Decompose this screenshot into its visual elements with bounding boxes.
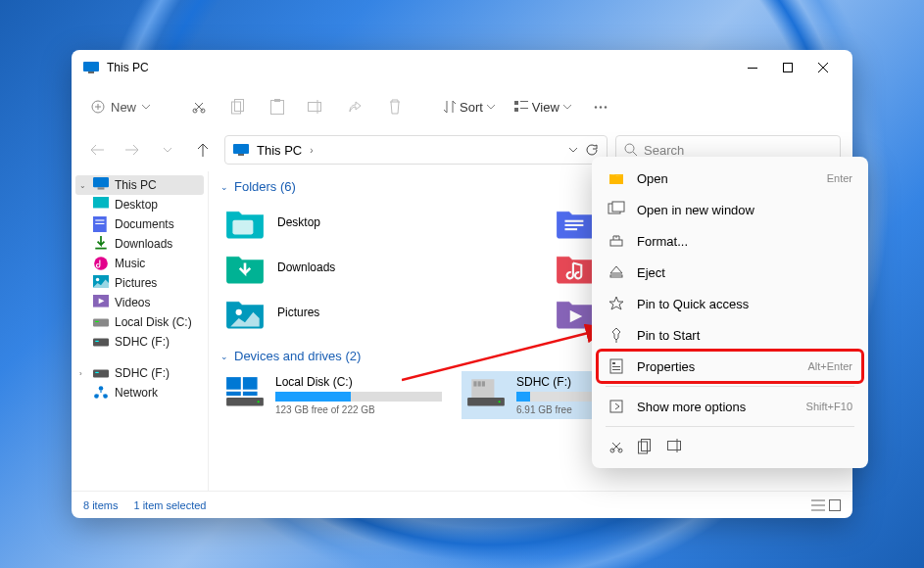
svg-point-57 bbox=[499, 401, 501, 402]
sidebar-item-disk[interactable]: Local Disk (C:) bbox=[72, 312, 208, 332]
close-button[interactable] bbox=[805, 54, 841, 81]
new-button[interactable]: New bbox=[83, 96, 158, 118]
sort-button[interactable]: Sort bbox=[436, 100, 503, 115]
ctx-format[interactable]: Format... bbox=[598, 225, 862, 257]
svg-rect-34 bbox=[93, 339, 109, 347]
copy-button[interactable] bbox=[220, 91, 256, 122]
sidebar-item-network[interactable]: Network bbox=[72, 383, 208, 402]
music-icon bbox=[93, 257, 109, 270]
back-button[interactable] bbox=[83, 136, 111, 164]
ctx-label: Open bbox=[637, 171, 815, 186]
share-button[interactable] bbox=[338, 91, 373, 122]
sidebar-item-label: Pictures bbox=[115, 276, 157, 290]
paste-icon bbox=[270, 99, 284, 115]
sidebar-item-label: SDHC (F:) bbox=[115, 335, 170, 349]
folder-item-desktop[interactable]: Desktop bbox=[220, 202, 511, 243]
navigation-pane: ⌄This PCDesktopDocumentsDownloadsMusicPi… bbox=[72, 171, 209, 491]
copy-icon bbox=[231, 99, 245, 115]
sidebar-item-pictures[interactable]: Pictures bbox=[72, 273, 208, 293]
ctx-label: Format... bbox=[637, 234, 852, 249]
drive-name: Local Disk (C:) bbox=[275, 375, 442, 389]
context-menu: OpenEnterOpen in new windowFormat...Ejec… bbox=[592, 157, 868, 468]
ctx-open[interactable]: OpenEnter bbox=[598, 163, 862, 194]
drive-icon bbox=[224, 375, 266, 408]
downloads-icon bbox=[93, 237, 109, 251]
minimize-button[interactable] bbox=[735, 54, 770, 81]
sidebar-item-videos[interactable]: Videos bbox=[72, 293, 208, 312]
paste-button[interactable] bbox=[260, 91, 295, 122]
svg-point-17 bbox=[600, 106, 602, 108]
sidebar-item-sd[interactable]: ›SDHC (F:) bbox=[72, 363, 208, 383]
ctx-label: Properties bbox=[637, 359, 796, 374]
drive-item[interactable]: Local Disk (C:)123 GB free of 222 GB bbox=[220, 371, 446, 419]
address-bar[interactable]: This PC › bbox=[224, 135, 608, 165]
sidebar-item-sd[interactable]: SDHC (F:) bbox=[72, 332, 208, 352]
sidebar-item-downloads[interactable]: Downloads bbox=[72, 234, 208, 254]
sidebar-item-label: This PC bbox=[115, 178, 157, 192]
svg-rect-35 bbox=[95, 341, 98, 342]
svg-rect-62 bbox=[610, 240, 622, 246]
recent-button[interactable] bbox=[154, 136, 181, 164]
selection-count: 1 item selected bbox=[133, 499, 206, 511]
svg-rect-69 bbox=[610, 401, 622, 412]
svg-rect-61 bbox=[612, 202, 624, 212]
svg-rect-26 bbox=[95, 219, 104, 220]
sidebar-item-music[interactable]: Music bbox=[72, 254, 208, 273]
svg-rect-32 bbox=[93, 319, 109, 327]
ctx-more[interactable]: Show more optionsShift+F10 bbox=[598, 391, 862, 422]
folder-icon bbox=[224, 296, 266, 329]
svg-rect-33 bbox=[95, 321, 98, 322]
svg-rect-54 bbox=[478, 381, 481, 386]
titlebar[interactable]: This PC bbox=[72, 50, 852, 85]
ctx-action-copy[interactable] bbox=[637, 439, 655, 454]
ctx-action-rename[interactable] bbox=[666, 439, 684, 454]
breadcrumb-root[interactable]: This PC bbox=[257, 143, 302, 158]
svg-rect-67 bbox=[612, 366, 620, 367]
delete-button[interactable] bbox=[377, 91, 413, 122]
ctx-props[interactable]: PropertiesAlt+Enter bbox=[598, 351, 862, 382]
ctx-pin[interactable]: Pin to Start bbox=[598, 319, 862, 351]
svg-point-30 bbox=[96, 278, 99, 281]
ctx-newwin[interactable]: Open in new window bbox=[598, 194, 862, 225]
refresh-icon[interactable] bbox=[585, 143, 599, 157]
svg-rect-3 bbox=[784, 64, 793, 72]
share-icon bbox=[348, 100, 364, 114]
details-view-icon[interactable] bbox=[811, 499, 825, 511]
pc-icon bbox=[83, 62, 99, 73]
sidebar-item-label: Desktop bbox=[115, 198, 158, 212]
ctx-star[interactable]: Pin to Quick access bbox=[598, 288, 862, 319]
sidebar-item-label: Network bbox=[115, 386, 158, 400]
window-title: This PC bbox=[107, 61, 735, 74]
sidebar-item-documents[interactable]: Documents bbox=[72, 214, 208, 234]
chevron-down-icon[interactable] bbox=[569, 148, 577, 153]
more-button[interactable] bbox=[583, 91, 618, 122]
props-icon bbox=[608, 357, 625, 375]
cut-button[interactable] bbox=[181, 91, 217, 122]
chevron-right-icon[interactable]: › bbox=[310, 145, 313, 156]
newwin-icon bbox=[608, 201, 625, 218]
chevron-down-icon bbox=[164, 148, 171, 153]
forward-button[interactable] bbox=[119, 136, 146, 164]
chevron-down-icon: ⌄ bbox=[220, 182, 228, 192]
view-button[interactable]: View bbox=[507, 100, 579, 115]
menu-separator bbox=[606, 426, 854, 427]
pictures-icon bbox=[93, 276, 109, 290]
trash-icon bbox=[388, 99, 402, 115]
folder-icon bbox=[555, 296, 596, 329]
sidebar-item-desktop[interactable]: Desktop bbox=[72, 195, 208, 214]
ctx-eject[interactable]: Eject bbox=[598, 257, 862, 288]
chevron-down-icon: ⌄ bbox=[79, 181, 86, 190]
rename-button[interactable] bbox=[299, 91, 334, 122]
rename-icon bbox=[666, 439, 684, 454]
svg-rect-49 bbox=[243, 392, 258, 396]
ctx-action-scissors[interactable] bbox=[608, 439, 625, 454]
chevron-down-icon bbox=[487, 105, 495, 110]
large-icons-view-icon[interactable] bbox=[829, 499, 841, 511]
up-button[interactable] bbox=[189, 136, 217, 164]
sidebar-item-pc[interactable]: ⌄This PC bbox=[75, 175, 204, 195]
folder-item-downloads[interactable]: Downloads bbox=[220, 247, 511, 288]
folder-item-pictures[interactable]: Pictures bbox=[220, 292, 511, 333]
svg-rect-41 bbox=[232, 220, 253, 235]
maximize-button[interactable] bbox=[770, 54, 805, 81]
ellipsis-icon bbox=[594, 106, 608, 109]
